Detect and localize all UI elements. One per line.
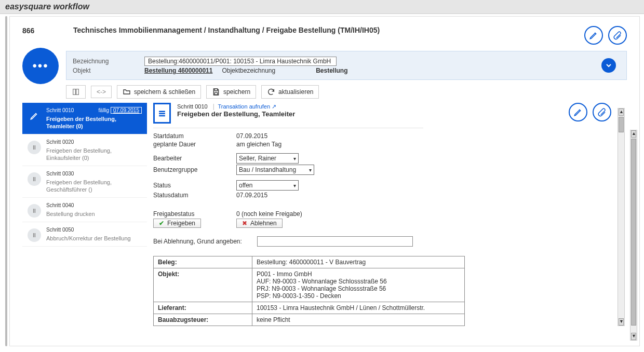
caret-icon: ▾ — [293, 156, 296, 161]
dauer-value: am gleichen Tag — [236, 141, 281, 148]
pause-icon: II — [28, 172, 41, 186]
pause-icon: II — [28, 141, 41, 154]
scroll-up-icon[interactable]: ▲ — [619, 109, 624, 116]
scroll-down-icon[interactable]: ▼ — [631, 333, 636, 340]
step-list: Schritt 0010 fällig 07.09.2015 Freigeben… — [22, 103, 147, 331]
refresh-label: aktualisieren — [278, 88, 313, 96]
step-no: Schritt 0030 — [46, 170, 142, 178]
bearbeiter-label: Bearbeiter — [153, 155, 236, 162]
approve-button[interactable]: ✔Freigeben — [153, 219, 201, 228]
cancel-icon: ✖ — [242, 220, 247, 227]
freigabe-value: 0 (noch keine Freigabe) — [236, 210, 302, 218]
breadcrumb: Technisches Immobilienmanagement / Insta… — [73, 26, 575, 34]
outer-divider — [5, 16, 7, 346]
detail-edit-button[interactable] — [569, 103, 587, 121]
actions-menu-button[interactable]: ••• — [22, 48, 59, 84]
pencil-icon — [573, 107, 583, 117]
table-row: Bauabzugsteuer: keine Pflicht — [154, 314, 465, 326]
caret-icon: ▾ — [309, 167, 312, 173]
check-icon: ✔ — [159, 220, 164, 227]
folder-icon — [123, 88, 131, 96]
step-title: Freigeben der Bestellung, Einkaufsleiter… — [46, 147, 142, 161]
step-0050[interactable]: II Schritt 0050 Abbruch/Korrektur der Be… — [22, 222, 147, 247]
arrow-icon: ↗ — [272, 103, 276, 110]
gruppe-label: Benutzergruppe — [153, 166, 236, 173]
page: 866 Technisches Immobilienmanagement / I… — [9, 16, 640, 346]
paperclip-icon — [613, 31, 622, 40]
scroll-thumb[interactable] — [619, 117, 624, 132]
lieferant-label: Lieferant: — [154, 302, 252, 314]
toolbar: <-> speichern & schließen speichern aktu… — [66, 85, 627, 99]
objekt-link[interactable]: Bestellung 4600000011 — [144, 67, 212, 74]
step-title: Abbruch/Korrektur der Bestellung — [46, 235, 131, 242]
bauabzug-label: Bauabzugsteuer: — [154, 314, 252, 326]
collapse-button[interactable] — [601, 58, 616, 73]
detail-panel: ▲ ▼ Schritt 0010 | Transaktion aufrufen — [153, 103, 627, 331]
scroll-thumb[interactable] — [631, 139, 636, 326]
scroll-down-icon[interactable]: ▼ — [619, 318, 624, 326]
dauer-label: geplante Dauer — [153, 141, 236, 148]
save-close-button[interactable]: speichern & schließen — [117, 85, 201, 99]
beleg-value: Bestellung: 4600000011 - V Bauvertrag — [252, 256, 465, 268]
due-date: 07.09.2015 — [111, 107, 142, 114]
due-label: fällig — [99, 107, 110, 113]
expand-button[interactable]: <-> — [91, 86, 112, 98]
document-icon — [153, 103, 171, 124]
split-button[interactable] — [66, 85, 86, 99]
detail-title: Freigeben der Bestellung, Teamleiter — [177, 110, 295, 118]
status-select[interactable]: offen▾ — [236, 180, 299, 191]
detail-attach-button[interactable] — [593, 103, 611, 121]
save-button[interactable]: speichern — [206, 85, 256, 99]
step-0010[interactable]: Schritt 0010 fällig 07.09.2015 Freigeben… — [22, 103, 147, 134]
start-value: 07.09.2015 — [236, 132, 267, 140]
split-icon — [72, 88, 80, 96]
reject-reason-label: Bei Ablehnung, Grund angeben: — [153, 238, 257, 245]
bearbeiter-select[interactable]: Seller, Rainer▾ — [236, 153, 299, 164]
step-no: Schritt 0010 — [46, 107, 74, 114]
dots-icon: ••• — [32, 59, 48, 73]
step-0030[interactable]: II Schritt 0030 Freigeben der Bestellung… — [22, 166, 147, 198]
pencil-icon — [28, 109, 41, 123]
bezeichnung-label: Bezeichnung — [73, 58, 135, 65]
step-0040[interactable]: II Schritt 0040 Bestellung drucken — [22, 198, 147, 222]
edit-button[interactable] — [584, 26, 603, 45]
caret-icon: ▾ — [293, 183, 296, 188]
reject-reason-input[interactable] — [257, 236, 413, 247]
objekt-label: Objekt: — [154, 268, 252, 302]
attach-button[interactable] — [608, 26, 627, 45]
step-title: Bestellung drucken — [46, 210, 95, 218]
step-title: Freigeben der Bestellung, Geschäftsführe… — [46, 179, 142, 193]
refresh-icon — [267, 88, 275, 96]
info-panel: Bezeichnung Bestellung:4600000011/P001: … — [66, 51, 627, 80]
beleg-label: Beleg: — [154, 256, 252, 268]
pencil-icon — [589, 31, 598, 40]
step-0020[interactable]: II Schritt 0020 Freigeben der Bestellung… — [22, 134, 147, 166]
bezeichnung-value: Bestellung:4600000011/P001: 100153 - Lim… — [144, 57, 337, 66]
refresh-button[interactable]: aktualisieren — [261, 85, 319, 99]
doc-id: 866 — [22, 26, 64, 35]
lieferant-value: 100153 - Limra Haustechnik GmbH / Lünen … — [252, 302, 465, 314]
pause-icon: II — [28, 228, 41, 242]
statusdatum-value: 07.09.2015 — [236, 192, 267, 199]
bauabzug-value: keine Pflicht — [252, 314, 465, 326]
reject-button[interactable]: ✖Ablehnen — [236, 219, 283, 228]
app-title: easysquare workflow — [0, 0, 644, 14]
pause-icon: II — [28, 204, 41, 218]
save-close-label: speichern & schließen — [134, 88, 195, 96]
step-no: Schritt 0050 — [46, 226, 131, 234]
objbez-label: Objektbezeichnung — [222, 67, 275, 74]
divider — [153, 128, 423, 128]
page-scrollbar[interactable]: ▲ ▼ — [630, 130, 637, 341]
gruppe-select[interactable]: Bau / Instandhaltung▾ — [236, 165, 314, 175]
table-row: Lieferant: 100153 - Limra Haustechnik Gm… — [154, 302, 465, 314]
transaction-link[interactable]: Transaktion aufrufen ↗ — [218, 103, 277, 110]
step-no: Schritt 0020 — [46, 139, 142, 146]
scroll-up-icon[interactable]: ▲ — [631, 130, 636, 138]
detail-scrollbar[interactable]: ▲ ▼ — [618, 108, 625, 326]
detail-step-no: Schritt 0010 — [177, 103, 208, 110]
objbez-value: Bestellung — [316, 67, 347, 74]
table-row: Objekt: P001 - Immo GmbH AUF: N9-0003 - … — [154, 268, 465, 302]
objekt-label: Objekt — [73, 67, 135, 74]
save-label: speichern — [223, 88, 250, 96]
save-icon — [212, 88, 220, 96]
